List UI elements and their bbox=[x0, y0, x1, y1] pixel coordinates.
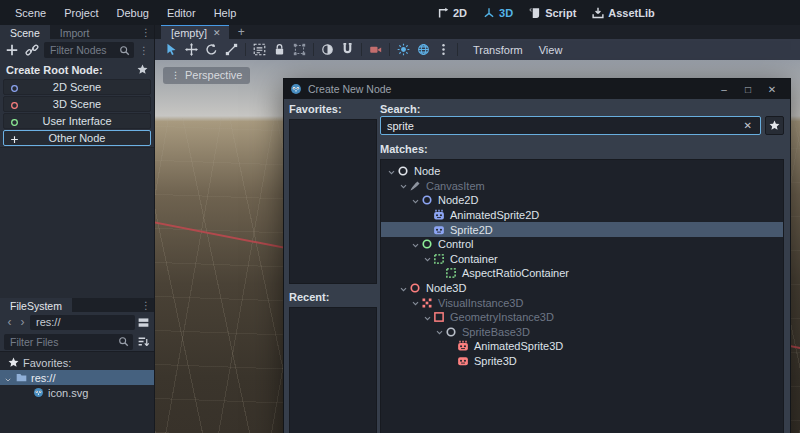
add-scene-tab-icon[interactable]: + bbox=[229, 25, 254, 39]
path-field[interactable]: res:// bbox=[30, 315, 135, 330]
search-label: Search: bbox=[380, 103, 784, 115]
node-type-sprite2d[interactable]: Sprite2D bbox=[381, 222, 783, 237]
filter-nodes-input[interactable] bbox=[50, 44, 119, 56]
select-tool-button[interactable] bbox=[165, 43, 178, 56]
recent-panel[interactable] bbox=[289, 307, 377, 433]
more-tool-button[interactable] bbox=[437, 43, 450, 56]
chevron-down-icon[interactable] bbox=[399, 181, 408, 190]
node-type-animatedsprite2d[interactable]: AnimatedSprite2D bbox=[381, 208, 783, 223]
node-type-aspectratiocontainer[interactable]: AspectRatioContainer bbox=[381, 266, 783, 281]
chevron-down-icon[interactable] bbox=[399, 284, 408, 293]
node-type-geometryinstance3d[interactable]: GeometryInstance3D bbox=[381, 310, 783, 325]
user-interface-button[interactable]: User Interface bbox=[3, 113, 151, 129]
sun-icon bbox=[397, 43, 410, 56]
chevron-down-icon[interactable] bbox=[387, 167, 396, 176]
minimize-button[interactable]: – bbox=[712, 84, 736, 95]
star-icon bbox=[769, 120, 780, 131]
workspace-3d-button[interactable]: 3D bbox=[483, 7, 513, 19]
node-type-label: Control bbox=[438, 238, 473, 250]
instance-scene-icon[interactable] bbox=[25, 43, 39, 57]
lock-icon bbox=[273, 43, 286, 56]
nav-forward-icon[interactable]: › bbox=[17, 315, 28, 329]
menubar-item-project[interactable]: Project bbox=[55, 4, 107, 22]
snap-tool-button[interactable] bbox=[341, 43, 354, 56]
group-tool-button[interactable] bbox=[293, 43, 306, 56]
maximize-button[interactable]: □ bbox=[736, 84, 760, 95]
2d-scene-button[interactable]: 2D Scene bbox=[3, 79, 151, 95]
chevron-down-icon[interactable] bbox=[4, 374, 12, 382]
move-tool-button[interactable] bbox=[185, 43, 198, 56]
tab-scene[interactable]: Scene bbox=[0, 25, 50, 39]
rotate-tool-button[interactable] bbox=[205, 43, 218, 56]
chevron-down-icon[interactable] bbox=[435, 327, 444, 336]
menubar-item-debug[interactable]: Debug bbox=[107, 4, 157, 22]
sort-files-icon[interactable] bbox=[137, 335, 150, 348]
node-type-label: Sprite2D bbox=[450, 224, 493, 236]
menubar-item-help[interactable]: Help bbox=[205, 4, 246, 22]
menu-view[interactable]: View bbox=[531, 42, 571, 58]
toggle-split-mode-icon[interactable] bbox=[137, 316, 150, 329]
godot-editor-window: SceneProjectDebugEditorHelp 2D3DScriptAs… bbox=[0, 0, 800, 433]
toolbar-separator bbox=[245, 43, 246, 56]
node-type-container[interactable]: Container bbox=[381, 252, 783, 267]
scene-tree-menu-icon[interactable]: ⋮ bbox=[139, 45, 149, 56]
perspective-button[interactable]: ⋮ Perspective bbox=[163, 67, 250, 84]
dialog-titlebar[interactable]: Create New Node –□✕ bbox=[284, 79, 790, 99]
create-root-options: 2D Scene3D SceneUser InterfaceOther Node bbox=[0, 78, 154, 147]
node-type-animatedsprite3d[interactable]: AnimatedSprite3D bbox=[381, 339, 783, 354]
workspace-assetlib-button[interactable]: AssetLib bbox=[592, 7, 654, 19]
3d-scene-button[interactable]: 3D Scene bbox=[3, 96, 151, 112]
node-type-visualinstance3d[interactable]: VisualInstance3D bbox=[381, 295, 783, 310]
node-type-canvasitem[interactable]: CanvasItem bbox=[381, 179, 783, 194]
filter-files-input[interactable] bbox=[10, 336, 118, 348]
toolbar-separator bbox=[361, 43, 362, 56]
node-type-spritebase3d[interactable]: SpriteBase3D bbox=[381, 325, 783, 340]
local-space-tool-button[interactable] bbox=[321, 43, 334, 56]
tab-import[interactable]: Import bbox=[50, 25, 100, 39]
scale-tool-button[interactable] bbox=[225, 43, 238, 56]
node-type-sprite3d[interactable]: Sprite3D bbox=[381, 354, 783, 369]
sun-tool-button[interactable] bbox=[397, 43, 410, 56]
close-tab-icon[interactable]: ✕ bbox=[213, 28, 221, 38]
list-select-tool-button[interactable] bbox=[253, 43, 266, 56]
chevron-down-icon[interactable] bbox=[411, 240, 420, 249]
favorite-star-icon[interactable] bbox=[137, 64, 148, 75]
file-item[interactable]: res:// bbox=[0, 370, 154, 385]
chevron-down-icon[interactable] bbox=[411, 196, 420, 205]
chevron-down-icon[interactable] bbox=[423, 254, 432, 263]
spatial-toolbar: TransformView bbox=[155, 39, 800, 60]
favorites-panel[interactable] bbox=[289, 119, 377, 284]
menubar-item-scene[interactable]: Scene bbox=[6, 4, 55, 22]
other-node-button[interactable]: Other Node bbox=[3, 130, 151, 146]
favorite-toggle-button[interactable] bbox=[765, 116, 784, 135]
scene-tab[interactable]: [empty]✕ bbox=[161, 25, 229, 39]
favorites-row[interactable]: Favorites: bbox=[0, 355, 154, 370]
tab-filesystem[interactable]: FileSystem bbox=[0, 298, 72, 312]
chevron-down-icon[interactable] bbox=[423, 313, 432, 322]
close-button[interactable]: ✕ bbox=[760, 84, 784, 95]
nav-back-icon[interactable]: ‹ bbox=[4, 315, 15, 329]
menubar-item-editor[interactable]: Editor bbox=[158, 4, 205, 22]
file-item[interactable]: icon.svg bbox=[0, 385, 154, 400]
lock-tool-button[interactable] bbox=[273, 43, 286, 56]
node-type-node2d[interactable]: Node2D bbox=[381, 193, 783, 208]
sprite-icon bbox=[457, 355, 469, 367]
environment-tool-button[interactable] bbox=[417, 43, 430, 56]
add-node-icon[interactable] bbox=[5, 43, 19, 57]
dock-menu-icon[interactable]: ⋮ bbox=[141, 25, 151, 39]
workspace-script-button[interactable]: Script bbox=[529, 7, 576, 19]
node-type-node3d[interactable]: Node3D bbox=[381, 281, 783, 296]
node-search-input[interactable] bbox=[387, 120, 742, 132]
chevron-down-icon[interactable] bbox=[411, 298, 420, 307]
scene-tabs: [empty]✕ bbox=[161, 25, 229, 39]
camera-preview-tool-button[interactable] bbox=[369, 43, 382, 56]
filesystem-menu-icon[interactable]: ⋮ bbox=[141, 298, 151, 312]
clear-search-icon[interactable]: ✕ bbox=[742, 120, 754, 131]
workspace-2d-button[interactable]: 2D bbox=[437, 7, 467, 19]
menu-transform[interactable]: Transform bbox=[465, 42, 531, 58]
node-type-label: Container bbox=[450, 253, 498, 265]
node-type-control[interactable]: Control bbox=[381, 237, 783, 252]
snap-icon bbox=[341, 43, 354, 56]
camera-preview-icon bbox=[369, 43, 382, 56]
node-type-node[interactable]: Node bbox=[381, 164, 783, 179]
